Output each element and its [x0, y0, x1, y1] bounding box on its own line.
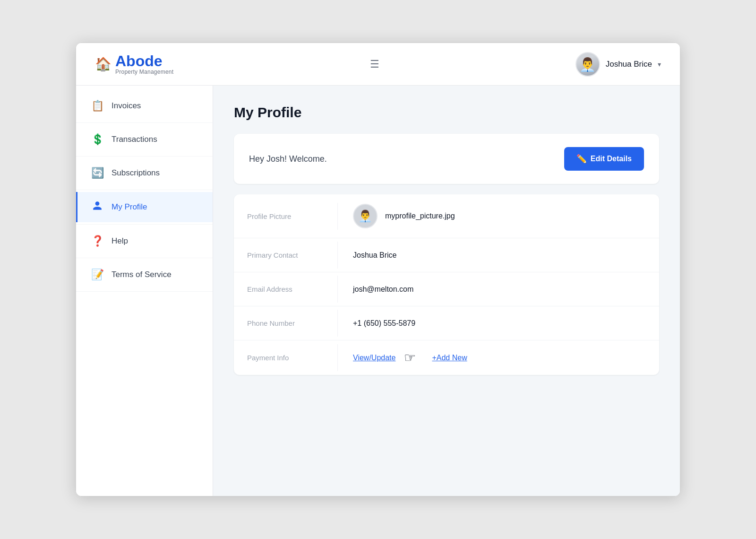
label-profile-picture: Profile Picture [234, 203, 338, 230]
add-new-link[interactable]: +Add New [432, 354, 467, 362]
sidebar-label-help: Help [112, 236, 128, 246]
label-phone-number: Phone Number [234, 310, 338, 337]
logo-name: Abode [115, 53, 173, 69]
sidebar-divider-4 [76, 224, 213, 225]
help-icon: ❓ [91, 235, 104, 247]
logo: 🏠 Abode Property Management [95, 53, 173, 75]
logo-text: Abode Property Management [115, 53, 173, 75]
profile-row-picture: Profile Picture 👨‍💼 myprofile_picture.jp… [234, 194, 659, 238]
sidebar-label-invoices: Invoices [112, 101, 141, 111]
invoices-icon: 📋 [91, 100, 104, 112]
hamburger-icon: ☰ [370, 58, 379, 70]
page-title: My Profile [234, 104, 659, 121]
main-layout: 📋 Invoices 💲 Transactions 🔄 Subscription… [76, 86, 680, 496]
edit-details-button[interactable]: ✏️ Edit Details [564, 147, 644, 171]
value-phone-number: +1 (650) 555-5879 [338, 310, 430, 337]
value-primary-contact: Joshua Brice [338, 242, 412, 269]
sidebar-label-my-profile: My Profile [112, 202, 147, 212]
profile-row-phone: Phone Number +1 (650) 555-5879 [234, 306, 659, 340]
logo-icon: 🏠 [95, 56, 112, 72]
transactions-icon: 💲 [91, 133, 104, 146]
label-primary-contact: Primary Contact [234, 242, 338, 269]
subscriptions-icon: 🔄 [91, 167, 104, 179]
sidebar: 📋 Invoices 💲 Transactions 🔄 Subscription… [76, 86, 213, 496]
header-avatar [576, 52, 600, 77]
sidebar-label-transactions: Transactions [112, 135, 157, 144]
sidebar-item-subscriptions[interactable]: 🔄 Subscriptions [76, 158, 213, 188]
profile-card: Profile Picture 👨‍💼 myprofile_picture.jp… [234, 194, 659, 375]
header-username: Joshua Brice [606, 60, 652, 69]
user-menu[interactable]: Joshua Brice ▾ [576, 52, 661, 77]
sidebar-item-invoices[interactable]: 📋 Invoices [76, 91, 213, 121]
value-payment-info: View/Update ☞ +Add New [338, 340, 482, 375]
value-profile-picture: 👨‍💼 myprofile_picture.jpg [338, 194, 470, 238]
terms-icon: 📝 [91, 269, 104, 281]
value-email-address: josh@melton.com [338, 276, 429, 303]
profile-picture-filename: myprofile_picture.jpg [385, 212, 455, 220]
hamburger-button[interactable]: ☰ [370, 58, 379, 70]
primary-contact-value: Joshua Brice [353, 251, 397, 260]
sidebar-divider-2 [76, 156, 213, 156]
sidebar-item-my-profile[interactable]: My Profile [76, 192, 213, 222]
sidebar-label-terms: Terms of Service [112, 270, 172, 279]
welcome-message: Hey Josh! Welcome. [249, 154, 327, 164]
profile-row-contact: Primary Contact Joshua Brice [234, 238, 659, 272]
welcome-card: Hey Josh! Welcome. ✏️ Edit Details [234, 134, 659, 184]
email-value: josh@melton.com [353, 285, 413, 294]
header: 🏠 Abode Property Management ☰ Joshua Bri… [76, 43, 680, 86]
edit-icon: ✏️ [576, 154, 587, 164]
sidebar-item-transactions[interactable]: 💲 Transactions [76, 125, 213, 154]
my-profile-icon [91, 200, 104, 214]
main-content: My Profile Hey Josh! Welcome. ✏️ Edit De… [213, 86, 680, 496]
sidebar-label-subscriptions: Subscriptions [112, 168, 160, 178]
sidebar-divider-3 [76, 190, 213, 190]
profile-row-email: Email Address josh@melton.com [234, 272, 659, 306]
label-email-address: Email Address [234, 276, 338, 303]
sidebar-divider-1 [76, 122, 213, 123]
profile-picture-avatar: 👨‍💼 [353, 204, 378, 228]
phone-value: +1 (650) 555-5879 [353, 319, 415, 328]
sidebar-item-terms[interactable]: 📝 Terms of Service [76, 260, 213, 289]
cursor-pointer-icon: ☞ [404, 350, 416, 365]
edit-details-label: Edit Details [591, 155, 632, 163]
logo-sub: Property Management [115, 69, 173, 75]
chevron-down-icon: ▾ [658, 61, 661, 68]
sidebar-divider-6 [76, 291, 213, 292]
profile-row-payment: Payment Info View/Update ☞ +Add New [234, 340, 659, 375]
view-update-link[interactable]: View/Update [353, 354, 395, 362]
sidebar-divider-5 [76, 258, 213, 258]
label-payment-info: Payment Info [234, 344, 338, 371]
sidebar-item-help[interactable]: ❓ Help [76, 226, 213, 256]
